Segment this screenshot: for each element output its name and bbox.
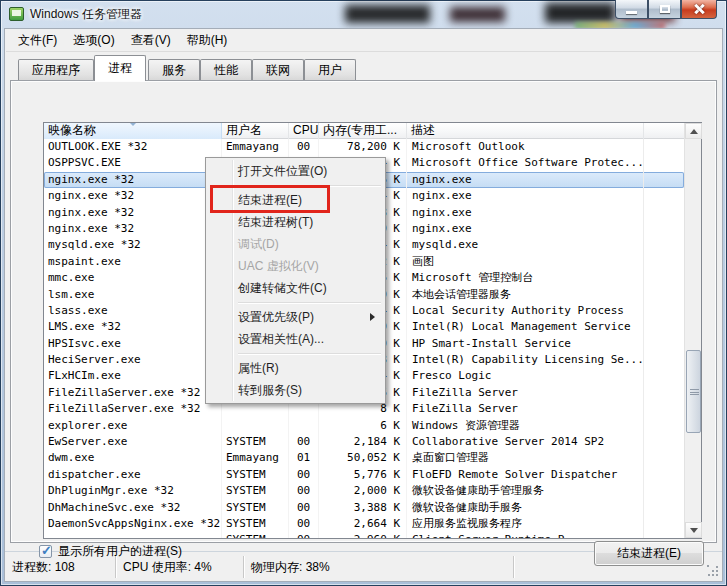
tab-进程[interactable]: 进程 (94, 55, 146, 81)
cell-user: SYSTEM (222, 483, 289, 499)
cell-name: HeciServer.exe (44, 352, 222, 368)
scroll-up-button[interactable] (685, 123, 702, 139)
cell-cpu: 00 (289, 467, 319, 483)
sort-descending-icon (129, 123, 137, 126)
window-title: Windows 任务管理器 (30, 6, 142, 23)
cell-name: FLxHCIm.exe (44, 368, 222, 384)
show-all-users-checkbox[interactable]: ✓ (39, 545, 52, 558)
table-row[interactable]: DaemonSvcAppsNginx.exe *32SYSTEM002,664 … (44, 516, 684, 532)
cell-user: SYSTEM (222, 516, 289, 532)
context-menu-item: UAC 虚拟化(V) (208, 255, 383, 277)
maximize-button[interactable] (648, 0, 681, 19)
cell-user: SYSTEM (222, 532, 289, 538)
cell-desc: mysqld.exe (407, 237, 644, 253)
close-icon (693, 3, 705, 15)
menu-separator (208, 350, 383, 357)
column-header[interactable]: 映像名称 (44, 123, 222, 139)
tab-服务[interactable]: 服务 (148, 59, 200, 81)
vertical-scrollbar[interactable] (684, 123, 701, 538)
cell-desc: Collaborative Server 2014 SP2 (407, 434, 644, 450)
cell-name: DhMachineSvc.exe *32 (44, 500, 222, 516)
menubar-item[interactable]: 帮助(H) (179, 29, 236, 52)
context-menu-item[interactable]: 结束进程树(T) (208, 211, 383, 233)
cell-name: LMS.exe *32 (44, 319, 222, 335)
task-manager-app-icon (9, 7, 24, 21)
resize-grip-icon[interactable] (707, 565, 719, 577)
table-row[interactable]: SYSTEM002,960 KClient Server Runtime P..… (44, 532, 684, 538)
cell-name: dispatcher.exe (44, 467, 222, 483)
context-menu-item[interactable]: 打开文件位置(O) (208, 160, 383, 182)
tab-应用程序[interactable]: 应用程序 (18, 59, 94, 81)
context-menu-item[interactable]: 设置相关性(A)... (208, 328, 383, 350)
scrollbar-grip-icon (690, 389, 699, 395)
cell-desc: Microsoft Outlook (407, 139, 644, 155)
tab-用户[interactable]: 用户 (304, 59, 356, 81)
cell-desc: Intel(R) Capability Licensing Se... (407, 352, 644, 368)
cell-desc: nginx.exe (407, 221, 644, 237)
cell-name: nginx.exe *32 (44, 205, 222, 221)
context-menu-item[interactable]: 创建转储文件(C) (208, 277, 383, 299)
menu-bar: 文件(F)选项(O)查看(V)帮助(H) (6, 30, 721, 52)
cell-name: dwm.exe (44, 450, 222, 466)
checkmark-icon: ✓ (41, 543, 52, 558)
context-menu: 打开文件位置(O)结束进程(E)结束进程树(T)调试(D)UAC 虚拟化(V)创… (205, 157, 386, 404)
cell-mem: 2,184 K (319, 434, 407, 450)
submenu-arrow-icon (370, 313, 375, 321)
column-header-filler (644, 123, 684, 139)
table-row[interactable]: DhMachineSvc.exe *32SYSTEM003,388 K微软设备健… (44, 500, 684, 516)
context-menu-item[interactable]: 设置优先级(P) (208, 306, 383, 328)
end-process-button[interactable]: 结束进程(E) (594, 541, 704, 566)
close-button[interactable] (681, 0, 717, 19)
cell-user: SYSTEM (222, 500, 289, 516)
cell-desc: Fresco Logic (407, 368, 644, 384)
cell-user: SYSTEM (222, 434, 289, 450)
cell-mem: 6 K (319, 418, 407, 434)
table-row[interactable]: dwm.exeEmmayang0150,052 K桌面窗口管理器 (44, 450, 684, 466)
tab-性能[interactable]: 性能 (200, 59, 252, 81)
context-menu-item[interactable]: 转到服务(S) (208, 379, 383, 401)
cell-user: Emmayang (222, 450, 289, 466)
menubar-item[interactable]: 查看(V) (123, 29, 179, 52)
scroll-down-button[interactable] (685, 522, 702, 538)
cell-mem: 50,052 K (319, 450, 407, 466)
cell-desc: 画图 (407, 254, 644, 270)
cell-desc: 本地会话管理器服务 (407, 287, 644, 303)
cell-cpu: 00 (289, 516, 319, 532)
cell-name: OUTLOOK.EXE *32 (44, 139, 222, 155)
list-header: 映像名称用户名CPU内存(专用工...描述 (44, 123, 684, 139)
context-menu-item[interactable]: 属性(R) (208, 357, 383, 379)
cell-desc: FileZilla Server (407, 401, 644, 417)
cell-desc: FileZilla Server (407, 385, 644, 401)
cell-name: nginx.exe *32 (44, 188, 222, 204)
table-row[interactable]: dispatcher.exeSYSTEM005,776 KFloEFD Remo… (44, 467, 684, 483)
table-row[interactable]: DhPluginMgr.exe *32SYSTEM002,000 K微软设备健康… (44, 483, 684, 499)
cell-name: mysqld.exe *32 (44, 237, 222, 253)
table-row[interactable]: explorer.exe6 KWindows 资源管理器 (44, 418, 684, 434)
annotation-highlight-box (210, 185, 330, 213)
minimize-button[interactable] (615, 0, 648, 19)
column-header[interactable]: CPU (289, 123, 319, 139)
maximize-icon (660, 5, 670, 13)
cell-name: DaemonSvcAppsNginx.exe *32 (44, 516, 222, 532)
cell-desc: nginx.exe (407, 172, 644, 188)
cell-cpu: 00 (289, 434, 319, 450)
scrollbar-thumb[interactable] (686, 350, 701, 433)
table-row[interactable]: EwServer.exeSYSTEM002,184 KCollaborative… (44, 434, 684, 450)
minimize-icon (626, 11, 637, 14)
cell-desc: Windows 资源管理器 (407, 418, 644, 434)
column-header[interactable]: 描述 (407, 123, 644, 139)
tab-联网[interactable]: 联网 (252, 59, 304, 81)
table-row[interactable]: OUTLOOK.EXE *32Emmayang0078,200 KMicroso… (44, 139, 684, 155)
task-manager-window: Windows 任务管理器 文件(F)选项(O)查看(V)帮助(H) 应用程序进… (0, 0, 727, 586)
cell-name: FileZillaServer.exe *32 (44, 401, 222, 417)
context-menu-item: 调试(D) (208, 233, 383, 255)
menubar-item[interactable]: 选项(O) (65, 29, 122, 52)
column-header[interactable]: 内存(专用工... (319, 123, 407, 139)
cell-cpu: 00 (289, 483, 319, 499)
menubar-item[interactable]: 文件(F) (10, 29, 65, 52)
menu-separator (208, 299, 383, 306)
cell-cpu: 01 (289, 450, 319, 466)
glass-artifact (450, 7, 505, 22)
cell-desc: 微软设备健康助手服务 (407, 500, 644, 516)
column-header[interactable]: 用户名 (222, 123, 289, 139)
